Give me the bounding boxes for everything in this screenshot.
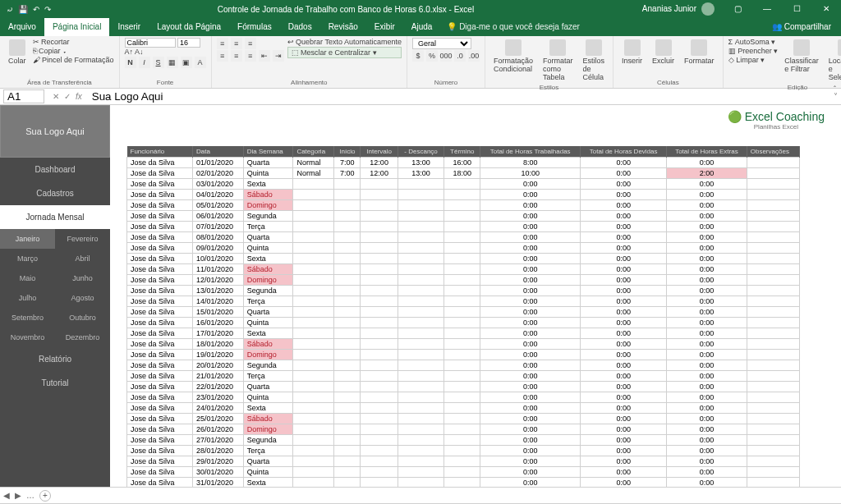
cancel-formula-icon[interactable]: ✕ [53,92,59,101]
save-icon[interactable]: 💾 [18,5,28,14]
month-julho[interactable]: Julho [0,288,55,308]
maximize-icon[interactable]: ☐ [782,0,811,18]
month-setembro[interactable]: Setembro [0,308,55,328]
copy-button[interactable]: ⎘ Copiar ▾ [33,47,114,55]
col-header[interactable]: Total de Horas Extras [667,146,747,158]
sidebar-item-tutorial[interactable]: Tutorial [0,371,110,395]
enter-formula-icon[interactable]: ✓ [64,92,71,101]
table-row[interactable]: Jose da Silva05/01/2020Domingo0:000:000:… [127,200,800,211]
dec-inc-icon[interactable]: .0 [454,50,466,62]
indent-dec-icon[interactable]: ⇤ [259,50,270,62]
table-row[interactable]: Jose da Silva17/01/2020Sexta0:000:000:00 [127,328,800,339]
format-table-button[interactable]: Formatar como Tabela [540,38,577,83]
col-header[interactable]: Observações [747,146,799,158]
table-row[interactable]: Jose da Silva29/01/2020Quarta0:000:000:0… [127,456,800,467]
minimize-icon[interactable]: — [752,0,782,18]
font-size-select[interactable] [177,38,200,48]
table-row[interactable]: Jose da Silva24/01/2020Sexta0:000:000:00 [127,403,800,414]
tab-inserir[interactable]: Inserir [109,18,149,36]
table-row[interactable]: Jose da Silva08/01/2020Quarta0:000:000:0… [127,232,800,243]
format-cells-button[interactable]: Formatar [681,38,718,66]
tab-pagina-inicial[interactable]: Página Inicial [44,18,109,36]
col-header[interactable]: Total de Horas Devidas [581,146,667,158]
formula-input[interactable] [87,90,830,103]
table-row[interactable]: Jose da Silva19/01/2020Domingo0:000:000:… [127,350,800,360]
sidebar-item-jornada-mensal[interactable]: Jornada Mensal [0,205,110,229]
comma-icon[interactable]: 000 [440,50,452,62]
percent-icon[interactable]: % [426,50,438,62]
table-row[interactable]: Jose da Silva30/01/2020Quinta0:000:000:0… [127,467,800,478]
close-icon[interactable]: ✕ [811,0,841,18]
expand-formula-icon[interactable]: ˅ [830,92,841,101]
number-format-select[interactable]: Geral [412,38,471,49]
tab-formulas[interactable]: Fórmulas [229,18,280,36]
dec-dec-icon[interactable]: .00 [468,50,480,62]
user-name[interactable]: Ananias Junior [634,2,723,16]
col-header[interactable]: Início [334,146,361,158]
col-header[interactable]: Total de Horas Trabalhadas [480,146,581,158]
wrap-text-button[interactable]: ↩ Quebrar Texto Automaticamente [287,38,402,46]
table-row[interactable]: Jose da Silva13/01/2020Segunda0:000:000:… [127,286,800,296]
italic-icon[interactable]: I [139,57,150,68]
border-icon[interactable]: ▦ [167,57,178,68]
autosum-button[interactable]: Σ AutoSoma ▾ [728,38,779,46]
tab-revisao[interactable]: Revisão [320,18,366,36]
table-row[interactable]: Jose da Silva31/01/2020Sexta0:000:000:00 [127,478,800,488]
table-row[interactable]: Jose da Silva10/01/2020Sexta0:000:000:00 [127,254,800,264]
month-março[interactable]: Março [0,249,55,268]
tab-layout[interactable]: Layout da Página [149,18,229,36]
cell-styles-button[interactable]: Estilos de Célula [580,38,609,83]
sidebar-item-cadastros[interactable]: Cadastros [0,181,110,205]
col-header[interactable]: Dia Semana [243,146,293,158]
add-sheet-button[interactable]: + [39,490,51,502]
table-row[interactable]: Jose da Silva01/01/2020QuartaNormal7:001… [127,158,800,168]
table-row[interactable]: Jose da Silva22/01/2020Quarta0:000:000:0… [127,382,800,392]
table-row[interactable]: Jose da Silva11/01/2020Sábado0:000:000:0… [127,264,800,275]
table-row[interactable]: Jose da Silva23/01/2020Quinta0:000:000:0… [127,392,800,403]
month-janeiro[interactable]: Janeiro [0,229,55,249]
autosave-icon[interactable]: ⤾ [7,5,13,14]
cond-format-button[interactable]: Formatação Condicional [490,38,536,75]
sidebar-item-relatório[interactable]: Relatório [0,347,110,371]
font-name-select[interactable] [125,38,176,48]
increase-font-icon[interactable]: A↑ [125,48,134,56]
col-header[interactable]: - Descanço [398,146,444,158]
insert-cells-button[interactable]: Inserir [618,38,646,66]
table-row[interactable]: Jose da Silva03/01/2020Sexta0:000:000:00 [127,179,800,190]
sort-filter-button[interactable]: Classificar e Filtrar [781,38,822,75]
col-header[interactable]: Intervalo [361,146,398,158]
table-row[interactable]: Jose da Silva16/01/2020Quinta0:000:000:0… [127,318,800,328]
table-row[interactable]: Jose da Silva04/01/2020Sábado0:000:000:0… [127,190,800,200]
table-row[interactable]: Jose da Silva28/01/2020Terça0:000:000:00 [127,446,800,456]
avatar[interactable] [701,2,715,16]
tab-ajuda[interactable]: Ajuda [403,18,441,36]
month-outubro[interactable]: Outubro [55,308,110,328]
ribbon-options-icon[interactable]: ▢ [723,0,752,18]
month-junho[interactable]: Junho [55,268,110,288]
table-row[interactable]: Jose da Silva07/01/2020Terça0:000:000:00 [127,222,800,232]
tab-arquivo[interactable]: Arquivo [0,18,44,36]
table-row[interactable]: Jose da Silva06/01/2020Segunda0:000:000:… [127,211,800,222]
find-select-button[interactable]: Localizar e Selecionar [825,38,841,83]
share-button[interactable]: 👥 Compartilhar [762,18,841,36]
month-novembro[interactable]: Novembro [0,328,55,347]
table-row[interactable]: Jose da Silva20/01/2020Segunda0:000:000:… [127,360,800,371]
tell-me[interactable]: 💡 Diga-me o que você deseja fazer [440,18,586,36]
table-row[interactable]: Jose da Silva12/01/2020Domingo0:000:000:… [127,275,800,286]
merge-center-button[interactable]: ⬚ Mesclar e Centralizar ▾ [287,47,402,58]
sheet-nav-next-icon[interactable]: ▶ [15,491,21,500]
align-right-icon[interactable]: ≡ [245,50,256,62]
month-dezembro[interactable]: Dezembro [55,328,110,347]
collapse-ribbon-icon[interactable]: ˆ [834,85,836,93]
month-fevereiro[interactable]: Fevereiro [55,229,110,249]
table-row[interactable]: Jose da Silva25/01/2020Sábado0:000:000:0… [127,414,800,424]
align-left-icon[interactable]: ≡ [217,50,228,62]
month-abril[interactable]: Abril [55,249,110,268]
format-painter-button[interactable]: 🖌 Pincel de Formatação [33,56,114,64]
table-row[interactable]: Jose da Silva26/01/2020Domingo0:000:000:… [127,424,800,435]
decrease-font-icon[interactable]: A↓ [135,48,144,56]
month-agosto[interactable]: Agosto [55,288,110,308]
paste-button[interactable]: Colar [5,38,30,66]
table-row[interactable]: Jose da Silva18/01/2020Sábado0:000:000:0… [127,339,800,350]
align-top-icon[interactable]: ≡ [217,38,228,49]
